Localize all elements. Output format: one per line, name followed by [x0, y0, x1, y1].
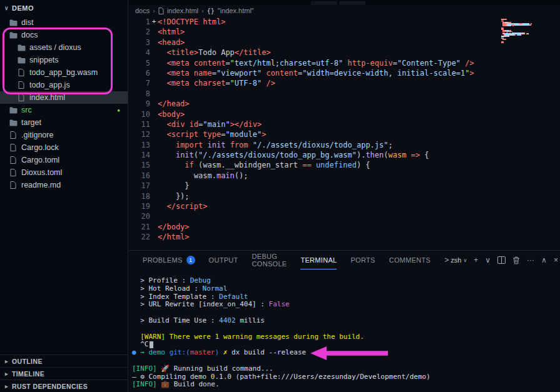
code-line: 16 wasm.main(); — [129, 171, 560, 181]
sidebar-section-rust-dependencies[interactable]: ▸RUST DEPENDENCIES — [0, 379, 128, 392]
terminal-dropdown-button[interactable]: ∨ — [485, 256, 491, 264]
code-line: 11 <div id="main"></div> — [129, 120, 560, 130]
more-actions-button[interactable]: ··· — [527, 256, 534, 264]
code-line: 2<html> — [129, 28, 560, 38]
sidebar-item--gitignore[interactable]: .gitignore — [0, 129, 128, 141]
code-line: 7 <meta charset="UTF-8" /> — [129, 79, 560, 89]
line-number: 12 — [133, 130, 150, 140]
split-terminal-button[interactable] — [497, 256, 506, 264]
sidebar-item-dist[interactable]: dist — [0, 16, 128, 29]
sidebar-item-label: readme.md — [21, 181, 61, 189]
panel-tab-output[interactable]: OUTPUT — [209, 251, 238, 269]
line-marker — [150, 223, 158, 233]
sidebar-item-src[interactable]: src● — [0, 104, 128, 116]
file-tree: distdocsassets / dioxussnippetstodo_app_… — [0, 16, 128, 191]
code-area[interactable]: 1+<!DOCTYPE html>2<html>3<head>4 <title>… — [129, 16, 560, 243]
close-panel-button[interactable]: × — [554, 256, 558, 264]
panel-tab-terminal[interactable]: TERMINAL — [300, 251, 337, 269]
sidebar-item-label: .gitignore — [21, 131, 53, 139]
code-line: 19 </script> — [129, 202, 560, 212]
line-marker: + — [150, 18, 158, 28]
chevron-down-icon: ∨ — [463, 258, 467, 263]
sidebar-item-label: todo_app_bg.wasm — [29, 68, 98, 77]
terminal-output[interactable]: > Profile : Debug > Hot Reload : Normal … — [129, 269, 560, 392]
code-line: 12 <script type="module"> — [129, 130, 560, 140]
line-marker — [150, 233, 158, 243]
line-marker — [150, 120, 158, 130]
symbol-icon: {} — [207, 8, 215, 14]
terminal-prompt-icon: > — [444, 256, 449, 264]
shell-selector[interactable]: > zsh ∨ — [444, 256, 467, 264]
folder-icon — [17, 57, 26, 64]
breadcrumb-file[interactable]: index.html — [167, 7, 198, 14]
line-number: 9 — [133, 99, 150, 109]
file-icon — [158, 8, 164, 14]
breadcrumb-symbol-label[interactable]: "index.html" — [218, 7, 254, 14]
line-marker — [150, 69, 158, 79]
tab-remnant — [311, 1, 338, 5]
line-marker — [150, 79, 158, 89]
panel-tab-comments[interactable]: COMMENTS — [389, 251, 431, 269]
breadcrumb-separator-icon: › — [153, 7, 155, 14]
line-marker — [150, 89, 158, 99]
line-marker — [150, 192, 158, 202]
panel-tab-ports[interactable]: PORTS — [350, 251, 375, 269]
line-marker — [150, 110, 158, 120]
line-number: 7 — [133, 79, 150, 89]
sidebar-item-cargo-toml[interactable]: Cargo.toml — [0, 154, 128, 166]
folder-icon — [9, 19, 18, 26]
panel-tab-label: OUTPUT — [209, 256, 238, 264]
terminal-line: [WARN] There were 1 warning messages dur… — [132, 333, 560, 341]
sidebar-section-timeline[interactable]: ▸TIMELINE — [0, 367, 128, 379]
sidebar-item-label: index.html — [29, 93, 65, 102]
kill-terminal-button[interactable] — [512, 256, 520, 264]
chevron-right-icon: ▸ — [5, 383, 8, 389]
file-icon — [9, 181, 18, 189]
panel-tab-label: PROBLEMS — [143, 256, 183, 264]
terminal-line: > URL Rewrite [index_on_404] : False — [132, 301, 560, 309]
sidebar-item-index-html[interactable]: index.html — [0, 91, 128, 104]
explorer-section-header[interactable]: ∨ DEMO — [0, 0, 128, 16]
code-line: 1+<!DOCTYPE html> — [129, 18, 560, 28]
panel-tab-debug-console[interactable]: DEBUG CONSOLE — [252, 251, 287, 269]
shell-label: zsh — [451, 256, 461, 264]
panel-tab-label: TERMINAL — [300, 256, 337, 264]
line-number: 6 — [133, 69, 150, 79]
line-marker — [150, 38, 158, 48]
sidebar-item-docs[interactable]: docs — [0, 29, 128, 41]
sidebar-item-todo-app-bg-wasm[interactable]: todo_app_bg.wasm — [0, 66, 128, 79]
sidebar-item-dioxus-toml[interactable]: Dioxus.toml — [0, 166, 128, 179]
sidebar-item-readme-md[interactable]: readme.md — [0, 179, 128, 191]
line-number: 2 — [133, 28, 150, 38]
line-marker — [150, 202, 158, 212]
new-terminal-button[interactable]: + — [474, 256, 478, 264]
line-number: 19 — [133, 202, 150, 212]
sidebar-item-assets-dioxus[interactable]: assets / dioxus — [0, 41, 128, 54]
breadcrumb-folder[interactable]: docs — [135, 7, 150, 14]
code-line: 20 — [129, 212, 560, 222]
line-number: 17 — [133, 181, 150, 191]
minimap[interactable] — [501, 19, 559, 44]
terminal-line: [INFO] 💼 Build done. — [132, 381, 560, 389]
maximize-panel-button[interactable]: ∧ — [541, 256, 547, 264]
sidebar-bottom-sections: ▸OUTLINE▸TIMELINE▸RUST DEPENDENCIES — [0, 354, 128, 392]
sidebar-item-label: src — [21, 106, 32, 114]
chevron-down-icon: ∨ — [4, 5, 9, 11]
sidebar-item-todo-app-js[interactable]: todo_app.js — [0, 79, 128, 91]
line-marker — [150, 48, 158, 58]
folder-icon — [9, 32, 18, 39]
breadcrumb: docs › index.html › {} "index.html" — [129, 5, 560, 16]
code-line: 17 } — [129, 181, 560, 191]
line-marker — [150, 171, 158, 181]
code-editor[interactable]: 1+<!DOCTYPE html>2<html>3<head>4 <title>… — [129, 16, 560, 250]
sidebar-item-cargo-lock[interactable]: Cargo.lock — [0, 141, 128, 154]
sidebar-item-label: Cargo.toml — [21, 156, 59, 164]
sidebar-item-snippets[interactable]: snippets — [0, 54, 128, 66]
panel-tab-problems[interactable]: PROBLEMS1 — [143, 251, 195, 269]
line-marker — [150, 181, 158, 191]
line-number: 11 — [133, 120, 150, 130]
line-marker — [150, 59, 158, 69]
folder-icon — [9, 119, 18, 126]
sidebar-item-target[interactable]: target — [0, 116, 128, 129]
sidebar-section-outline[interactable]: ▸OUTLINE — [0, 354, 128, 367]
